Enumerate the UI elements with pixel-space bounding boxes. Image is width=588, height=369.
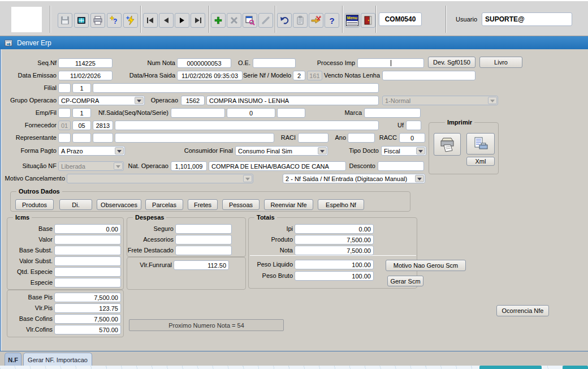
user-field[interactable]: SUPORTE@ <box>482 12 572 26</box>
ano-field[interactable] <box>348 133 375 143</box>
query-button[interactable] <box>243 13 257 28</box>
nota-field[interactable]: 7,500.00 <box>295 246 374 255</box>
representante-name-field[interactable] <box>115 133 274 143</box>
next-record-button[interactable] <box>175 13 189 28</box>
icms-qtd-especie-field[interactable] <box>54 267 121 277</box>
reenviar-nfe-button[interactable]: Reenviar Nfe <box>264 199 313 210</box>
help-wizard-button[interactable]: ? <box>107 13 122 28</box>
modo-digitacao-select[interactable]: 2 - Nf Saida / Nf Entrada (Digitacao Man… <box>283 174 425 183</box>
icms-valor-field[interactable] <box>54 235 121 244</box>
last-record-button[interactable] <box>191 13 205 28</box>
execute-button[interactable] <box>123 13 138 28</box>
cut-button[interactable] <box>309 13 323 28</box>
operacao-code-field[interactable]: 1562 <box>181 96 205 105</box>
prev-record-button[interactable] <box>159 13 174 28</box>
frete-destacado-field[interactable] <box>175 246 232 255</box>
nat-operacao-code-field[interactable]: 1,101,009 <box>171 161 207 171</box>
processo-imp-field[interactable] <box>357 58 424 68</box>
di-button[interactable]: Di. <box>59 199 92 210</box>
num-nota-field[interactable]: 0000000053 <box>177 58 231 68</box>
program-code-field[interactable]: COM0540 <box>379 12 422 26</box>
dev-sgf0150-button[interactable]: Dev. Sgf0150 <box>428 57 475 68</box>
tab-gerar-nf-importacao[interactable]: Gerar NF. Importacao <box>23 353 92 366</box>
fretes-button[interactable]: Fretes <box>188 199 218 210</box>
desconto-field[interactable] <box>378 161 424 171</box>
nf-saida-nota-field[interactable]: 0 <box>227 108 275 118</box>
help-button[interactable]: ? <box>325 13 339 28</box>
delete-record-button[interactable] <box>227 13 241 28</box>
parcelas-button[interactable]: Parcelas <box>145 199 183 210</box>
icms-especie-field[interactable] <box>54 278 121 288</box>
nf-saida-serie-field[interactable] <box>277 108 305 118</box>
clear-button[interactable] <box>258 13 273 28</box>
tab-nf[interactable]: N.F <box>5 353 21 366</box>
raci-field[interactable] <box>298 133 328 143</box>
imprimir-nf-button[interactable] <box>434 133 461 156</box>
first-record-button[interactable] <box>143 13 158 28</box>
seq-nf-field[interactable]: 114225 <box>58 58 113 68</box>
paste-button[interactable] <box>293 13 308 28</box>
fil-field[interactable]: 1 <box>72 108 91 118</box>
pessoas-button[interactable]: Pessoas <box>222 199 260 210</box>
data-emissao-field[interactable]: 11/02/2026 <box>58 71 113 80</box>
grupo-operacao-select[interactable]: CP-COMPRA <box>58 96 145 105</box>
window-titlebar[interactable]: Denver Erp <box>0 36 588 49</box>
representante-f2-field[interactable] <box>72 133 91 143</box>
peso-bruto-field[interactable]: 100.00 <box>295 271 374 281</box>
print-button[interactable] <box>90 13 105 28</box>
nf-saida-seq-field[interactable] <box>171 108 225 118</box>
ipi-field[interactable]: 0.00 <box>295 224 374 234</box>
espelho-nf-button[interactable]: Espelho Nf <box>318 199 364 210</box>
seguro-field[interactable] <box>175 224 232 234</box>
produtos-button[interactable]: Produtos <box>15 199 54 210</box>
operacao-descr-field[interactable]: COMPRA INSUMO - LENHA <box>206 96 379 105</box>
observacoes-button[interactable]: Observacoes <box>97 199 141 210</box>
imprimir-xml-button[interactable]: Xml <box>466 157 495 166</box>
vlr-pis-field[interactable]: 123.75 <box>54 303 121 313</box>
icms-valor-subst-field[interactable] <box>54 256 121 266</box>
consumidor-final-select[interactable]: Consumo Final Sim <box>235 146 328 156</box>
fornecedor-name-field[interactable] <box>115 121 379 130</box>
screen-button[interactable] <box>74 13 89 28</box>
tipo-docto-select[interactable]: Fiscal <box>381 146 426 156</box>
livro-button[interactable]: Livro <box>479 57 522 68</box>
forma-pagto-select[interactable]: A Prazo <box>58 146 125 156</box>
icms-base-field[interactable]: 0.00 <box>54 224 121 234</box>
save-button[interactable] <box>58 13 72 28</box>
vlr-funrural-field[interactable]: 112.50 <box>174 260 229 270</box>
nat-operacao-descr-field[interactable]: COMPRA DE LENHA/BAGACO DE CANA <box>209 161 346 171</box>
imprimir-danfe-button[interactable] <box>466 133 495 155</box>
vlr-cofins-field[interactable]: 570.00 <box>54 325 121 334</box>
motivo-nao-gerou-scm-button[interactable]: Motivo Nao Gerou Scm <box>386 260 466 271</box>
filial-name-field[interactable] <box>93 83 379 93</box>
marca-field[interactable] <box>364 108 421 118</box>
base-pis-field[interactable]: 7,500.00 <box>54 293 121 302</box>
base-cofins-field[interactable]: 7,500.00 <box>54 314 121 324</box>
filial-code-field[interactable] <box>58 83 71 93</box>
serie-field[interactable]: 2 <box>293 71 305 80</box>
oe-field[interactable] <box>253 58 296 68</box>
uf-field[interactable] <box>406 121 421 130</box>
ocorrencia-nfe-button[interactable]: Ocorrencia Nfe <box>496 305 549 316</box>
fornecedor-f3-field[interactable]: 2813 <box>93 121 113 130</box>
consumidor-final-label: Consumidor Final <box>181 147 233 155</box>
icms-base-subst-field[interactable] <box>54 246 121 255</box>
representante-f3-field[interactable] <box>93 133 113 143</box>
vencto-notas-lenha-field[interactable] <box>382 71 475 80</box>
forma-pagto-value: A Prazo <box>61 148 83 155</box>
filial-num-field[interactable]: 1 <box>72 83 91 93</box>
insert-record-button[interactable] <box>211 13 226 28</box>
exit-button[interactable] <box>361 13 375 28</box>
data-hora-saida-field[interactable]: 11/02/2026 09:35:03 <box>177 71 243 80</box>
produto-field[interactable]: 7,500.00 <box>295 235 374 244</box>
representante-f1-field[interactable] <box>58 133 71 143</box>
gerar-scm-button[interactable]: Gerar Scm <box>387 276 423 286</box>
emp-field[interactable] <box>58 108 71 118</box>
menu-button[interactable]: Menu <box>345 13 360 28</box>
fornecedor-f2-field[interactable]: 05 <box>72 121 91 130</box>
peso-liquido-field[interactable]: 100.00 <box>295 260 374 269</box>
fornecedor-f1-field: 01 <box>58 121 71 130</box>
acessorios-field[interactable] <box>175 235 232 244</box>
undo-button[interactable] <box>277 13 292 28</box>
racc-field[interactable]: 0 <box>399 133 425 143</box>
